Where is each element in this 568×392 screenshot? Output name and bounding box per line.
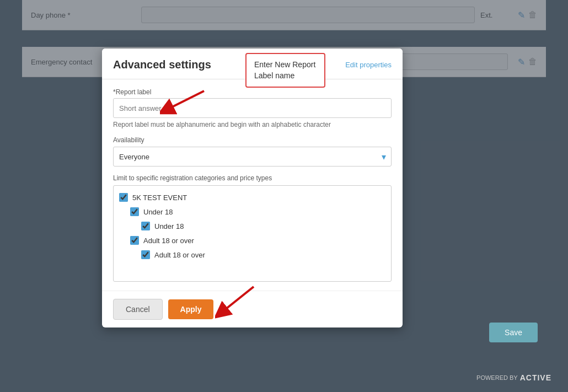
availability-select[interactable]: Everyone Members only Non-members only [113,147,392,167]
checkbox-adult18-1-label[interactable]: Adult 18 or over [143,237,194,245]
edit-properties-link[interactable]: Edit properties [345,61,392,69]
checkbox-adult18-2[interactable] [141,250,150,259]
checkbox-under18-2-label[interactable]: Under 18 [154,222,184,230]
checkbox-item-5k[interactable]: 5K TEST EVENT [119,190,385,205]
checkbox-5k-label[interactable]: 5K TEST EVENT [132,194,187,202]
checkbox-item-adult18-2[interactable]: Adult 18 or over [119,248,385,262]
checkbox-adult18-1[interactable] [130,236,139,245]
tooltip-box: Enter New Report Label name [245,53,325,88]
report-label-hint: Report label must be alphanumeric and be… [113,121,392,128]
apply-button[interactable]: Apply [168,299,214,319]
limit-label: Limit to specific registration categorie… [113,174,392,182]
tooltip-text: Enter New Report Label name [254,60,315,80]
checkbox-item-adult18-1[interactable]: Adult 18 or over [119,233,385,248]
checkbox-under18-2[interactable] [141,222,150,230]
availability-select-wrapper: Everyone Members only Non-members only ▾ [113,147,392,167]
powered-by-text: POWERED BY [476,374,518,381]
checkbox-item-under18-1[interactable]: Under 18 [119,205,385,219]
checkboxes-container: 5K TEST EVENT Under 18 Under 18 Adult 18… [113,185,392,282]
checkbox-under18-1-label[interactable]: Under 18 [143,208,173,216]
availability-label: Availability [113,136,392,144]
checkbox-adult18-2-label[interactable]: Adult 18 or over [154,251,205,259]
cancel-button[interactable]: Cancel [113,299,163,320]
svg-line-3 [221,287,254,313]
checkbox-5k[interactable] [119,193,128,202]
modal-title: Advanced settings [113,58,211,71]
save-button-wrapper: Save [489,323,538,342]
modal-body: *Report label Report label must be alpha… [102,79,403,291]
active-brand: ACTIVE [520,373,551,382]
arrow-annotation-apply [215,281,259,322]
svg-line-1 [165,91,204,110]
report-label-label: *Report label [113,88,392,96]
checkbox-item-under18-2[interactable]: Under 18 [119,219,385,233]
report-label-input[interactable] [113,98,392,118]
powered-by-footer: POWERED BY ACTIVE [476,373,551,382]
save-button[interactable]: Save [489,323,538,342]
arrow-annotation-left [160,85,210,121]
checkbox-under18-1[interactable] [130,207,139,216]
